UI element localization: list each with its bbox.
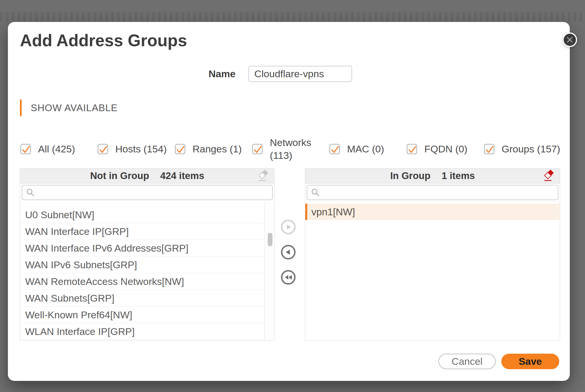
list-item[interactable]: WAN RemoteAccess Networks[NW] [20, 273, 264, 290]
search-area [20, 183, 274, 202]
filter-checkbox-item[interactable]: Networks (113) [252, 136, 330, 162]
clear-selection-button[interactable] [255, 169, 271, 183]
not-in-group-header: Not in Group 424 items [20, 169, 274, 183]
checkmark-icon [484, 144, 495, 155]
eraser-icon [256, 169, 270, 183]
list-item[interactable]: WAN Subnets[GRP] [20, 290, 264, 307]
panel-title: Not in Group [90, 170, 149, 181]
panel-title: In Group [390, 170, 430, 181]
checkmark-icon [252, 144, 263, 155]
move-left-button[interactable] [281, 245, 296, 259]
section-accent-bar [20, 99, 22, 116]
checkbox[interactable] [330, 144, 340, 154]
cancel-button[interactable]: Cancel [438, 354, 496, 369]
filter-checkbox-item[interactable]: FQDN (0) [407, 142, 484, 155]
filter-checkbox-item[interactable]: MAC (0) [330, 142, 407, 155]
search-input[interactable] [320, 185, 558, 200]
filter-label: Ranges (1) [193, 142, 242, 155]
arrow-left-icon [282, 246, 294, 258]
checkmark-icon [20, 144, 31, 155]
list-item[interactable]: WAN Interface IP[GRP] [20, 223, 264, 240]
filter-checkbox-item[interactable]: Groups (157) [484, 142, 561, 155]
name-field-row: Name [8, 66, 570, 82]
search-icon [311, 188, 320, 197]
checkbox[interactable] [98, 144, 108, 154]
list-item[interactable]: WAN Interface IPv6 Addresses[GRP] [20, 240, 264, 257]
not-in-group-panel: Not in Group 424 items [20, 168, 275, 341]
in-group-list: vpn1[NW] [305, 202, 560, 341]
close-button[interactable] [562, 32, 577, 47]
move-all-left-button[interactable] [281, 270, 296, 285]
filter-checkbox-item[interactable]: All (425) [20, 142, 98, 155]
filter-checkbox-item[interactable]: Ranges (1) [175, 142, 252, 155]
checkbox[interactable] [20, 144, 31, 154]
name-input[interactable] [248, 66, 352, 82]
screen-backdrop: Add Address Groups Name SHOW AVAILABLE A… [0, 0, 585, 392]
checkmark-icon [407, 144, 417, 155]
checkmark-icon [330, 144, 340, 155]
checkbox[interactable] [252, 144, 263, 154]
arrow-right-icon [282, 221, 294, 233]
clear-group-button[interactable] [541, 169, 556, 183]
section-heading: SHOW AVAILABLE [31, 102, 118, 114]
search-icon [26, 188, 35, 197]
double-arrow-left-icon [282, 271, 294, 283]
list-item[interactable]: WAN IPv6 Subnets[GRP] [20, 257, 264, 273]
filter-label: Hosts (154) [115, 142, 167, 155]
filter-label: All (425) [38, 142, 75, 155]
save-button[interactable]: Save [501, 354, 559, 369]
filter-checkbox-item[interactable]: Hosts (154) [98, 142, 175, 155]
dimmed-background-pattern [0, 12, 585, 22]
show-available-section: SHOW AVAILABLE [20, 99, 118, 116]
checkmark-icon [98, 144, 108, 155]
checkmark-icon [175, 144, 186, 155]
panel-item-count: 424 items [160, 170, 204, 181]
filter-label: MAC (0) [347, 142, 384, 155]
list-item[interactable]: U0 Subnet[NW] [20, 206, 264, 223]
in-group-panel: In Group 1 items [305, 168, 560, 341]
page-title: Add Address Groups [20, 31, 187, 50]
checkbox[interactable] [407, 144, 417, 154]
transfer-list-area: Not in Group 424 items [20, 168, 560, 341]
search-box [22, 185, 273, 200]
not-in-group-list: U0 Subnet[NW]WAN Interface IP[GRP]WAN In… [20, 202, 274, 341]
panel-item-count: 1 items [442, 170, 475, 181]
search-input[interactable] [35, 185, 272, 200]
in-group-header: In Group 1 items [305, 169, 560, 183]
type-filter-row: All (425) Hosts (154) Ranges (1) [20, 133, 568, 165]
checkbox[interactable] [175, 144, 185, 154]
filter-label: FQDN (0) [424, 142, 467, 155]
search-area [305, 183, 560, 202]
list-item[interactable]: WLAN Interface IP[GRP] [20, 323, 264, 340]
filter-label: Networks (113) [270, 136, 311, 162]
selected-list-item[interactable]: vpn1[NW] [305, 204, 560, 220]
add-address-groups-dialog: Add Address Groups Name SHOW AVAILABLE A… [8, 22, 570, 381]
filter-label: Groups (157) [502, 142, 560, 155]
scrollbar-thumb[interactable] [268, 233, 272, 246]
checkbox[interactable] [484, 144, 494, 154]
scrollbar-track[interactable] [264, 202, 274, 341]
close-icon [566, 36, 574, 44]
eraser-icon-red [542, 169, 555, 183]
name-label: Name [178, 66, 236, 82]
move-right-button[interactable] [281, 220, 296, 234]
list-item[interactable]: Well-Known Pref64[NW] [20, 307, 264, 323]
search-box [307, 185, 558, 200]
